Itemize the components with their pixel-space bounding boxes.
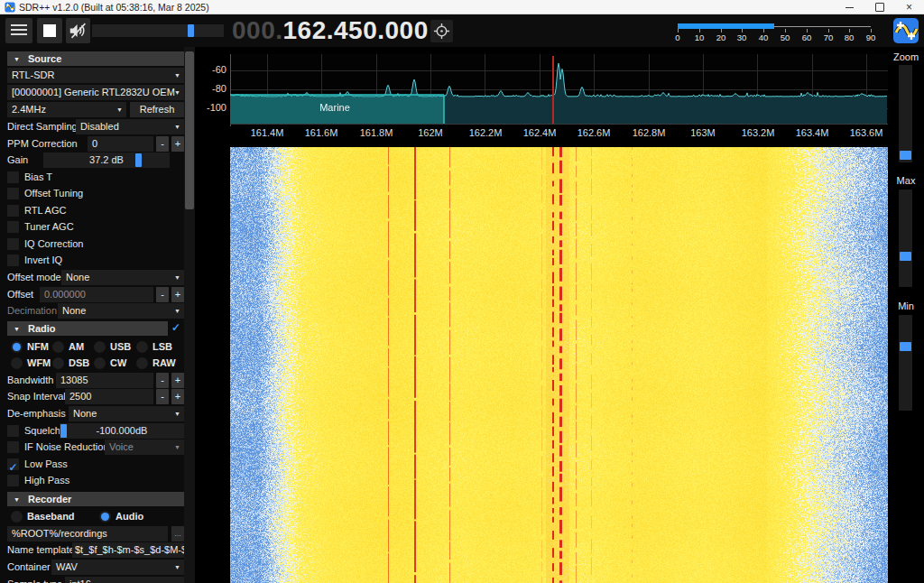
frequency-display[interactable]: 000.162.450.000 xyxy=(232,15,429,46)
ppm-input[interactable]: 0 xyxy=(88,136,153,152)
mode-lsb-label[interactable]: LSB xyxy=(152,339,172,355)
radio-panel-header[interactable]: ▼ Radio xyxy=(7,321,168,336)
high-pass-checkbox[interactable] xyxy=(7,475,19,486)
gain-slider[interactable]: 37.2 dB xyxy=(43,153,170,168)
name-template-label: Name template xyxy=(7,542,75,558)
fft-range-rail[interactable] xyxy=(774,26,871,27)
offset-decrement-button[interactable]: - xyxy=(156,287,169,302)
minimize-button[interactable] xyxy=(835,0,864,14)
decimation-select[interactable]: None ▼ xyxy=(58,303,184,319)
maximize-button[interactable] xyxy=(864,0,894,14)
mode-nfm-radio[interactable] xyxy=(11,341,23,353)
bandwidth-increment-button[interactable]: + xyxy=(171,373,184,388)
device-value: [00000001] Generic RTL2832U OEM xyxy=(12,87,175,97)
stop-button[interactable] xyxy=(37,18,62,43)
mode-lsb-radio[interactable] xyxy=(136,341,148,353)
offset-mode-select[interactable]: None ▼ xyxy=(61,270,184,285)
max-slider-handle[interactable] xyxy=(900,252,911,261)
ifnr-select[interactable]: Voice ▼ xyxy=(105,440,184,455)
ppm-increment-button[interactable]: + xyxy=(171,136,184,152)
frequency-digits[interactable]: 162.450.000 xyxy=(283,16,429,44)
name-template-input[interactable]: $t_$f_$h-$m-$s_$d-$M-$y xyxy=(72,542,184,558)
mode-wfm-radio[interactable] xyxy=(11,357,23,369)
mute-button[interactable] xyxy=(66,18,90,43)
direct-sampling-select[interactable]: Disabled ▼ xyxy=(76,119,184,134)
bias-t-checkbox[interactable] xyxy=(7,171,19,183)
mode-dsb-radio[interactable] xyxy=(52,357,64,369)
max-slider[interactable] xyxy=(899,190,912,287)
baseband-label[interactable]: Baseband xyxy=(27,509,75,524)
snap-increment-button[interactable]: + xyxy=(171,389,184,404)
mode-nfm-label[interactable]: NFM xyxy=(27,339,49,355)
offset-mode-value: None xyxy=(66,272,89,282)
rtl-agc-checkbox[interactable] xyxy=(7,205,19,217)
gain-slider-handle[interactable] xyxy=(135,153,142,167)
app-logo-icon xyxy=(5,2,15,13)
mode-dsb-label[interactable]: DSB xyxy=(69,356,89,371)
snap-interval-label: Snap Interval xyxy=(7,389,66,404)
refresh-button[interactable]: Refresh xyxy=(130,102,184,117)
tuner-agc-checkbox[interactable] xyxy=(7,221,19,233)
mode-usb-label[interactable]: USB xyxy=(110,339,131,355)
ppm-decrement-button[interactable]: - xyxy=(156,136,169,152)
mode-cw-label[interactable]: CW xyxy=(110,356,126,371)
audio-label[interactable]: Audio xyxy=(116,509,143,524)
chevron-down-icon: ▼ xyxy=(174,406,180,421)
min-slider[interactable] xyxy=(899,315,912,411)
source-panel-header[interactable]: ▼ Source xyxy=(7,51,184,66)
fft-ytick--80: -80 xyxy=(193,83,226,94)
direct-sampling-label: Direct Sampling xyxy=(7,119,78,134)
device-select[interactable]: [00000001] Generic RTL2832U OEM ▼ xyxy=(7,85,184,100)
mode-usb-radio[interactable] xyxy=(94,341,106,353)
frequency-dim-digits[interactable]: 000. xyxy=(232,16,283,44)
ifnr-value: Voice xyxy=(109,441,134,452)
volume-slider-handle[interactable] xyxy=(188,24,194,37)
source-type-select[interactable]: RTL-SDR ▼ xyxy=(7,68,184,83)
snap-interval-input[interactable]: 2500 xyxy=(65,389,153,404)
ifnr-checkbox[interactable] xyxy=(7,441,19,453)
squelch-checkbox[interactable] xyxy=(7,425,19,437)
audio-radio[interactable] xyxy=(99,511,111,523)
fft-spectrum-plot[interactable] xyxy=(230,54,888,126)
high-pass-label: High Pass xyxy=(24,473,69,488)
low-pass-checkbox[interactable]: ✓ xyxy=(7,458,19,470)
mode-am-label[interactable]: AM xyxy=(69,339,84,355)
bandwidth-decrement-button[interactable]: - xyxy=(156,373,169,388)
bandwidth-input[interactable]: 13085 xyxy=(56,373,153,388)
snap-decrement-button[interactable]: - xyxy=(156,389,169,404)
squelch-slider-handle[interactable] xyxy=(60,424,67,438)
deemphasis-select[interactable]: None ▼ xyxy=(69,406,184,421)
volume-slider[interactable] xyxy=(92,24,224,37)
tuning-mode-button[interactable] xyxy=(430,20,453,42)
offset-increment-button[interactable]: + xyxy=(171,287,184,302)
waterfall-display[interactable] xyxy=(230,147,888,583)
zoom-slider-handle[interactable] xyxy=(900,151,911,160)
iq-correction-checkbox[interactable] xyxy=(7,238,19,250)
offset-input[interactable]: 0.000000 xyxy=(40,287,153,302)
sidebar-scrollbar-thumb[interactable] xyxy=(185,51,194,209)
ppm-label: PPM Correction xyxy=(7,136,78,152)
mode-cw-radio[interactable] xyxy=(94,357,106,369)
sidebar-scrollbar[interactable] xyxy=(184,47,195,583)
recorder-panel-header[interactable]: ▼ Recorder xyxy=(7,492,184,506)
radio-enabled-check-icon[interactable]: ✓ xyxy=(171,320,180,336)
container-select[interactable]: WAV ▼ xyxy=(51,560,184,575)
offset-tuning-checkbox[interactable] xyxy=(7,188,19,199)
min-slider-handle[interactable] xyxy=(900,342,911,351)
mode-raw-label[interactable]: RAW xyxy=(152,356,176,371)
zoom-slider[interactable] xyxy=(899,65,912,162)
close-button[interactable]: × xyxy=(894,0,924,14)
menu-button[interactable] xyxy=(5,18,32,43)
squelch-slider[interactable]: -100.000dB xyxy=(60,423,184,439)
freq-tick-163.6M: 163.6M xyxy=(844,127,889,138)
baseband-radio[interactable] xyxy=(11,511,23,523)
chevron-down-icon: ▼ xyxy=(174,577,180,583)
browse-button[interactable]: ... xyxy=(171,526,184,541)
recording-path-input[interactable]: %ROOT%/recordings xyxy=(7,526,168,541)
mode-raw-radio[interactable] xyxy=(136,357,148,369)
sample-type-select[interactable]: int16 ▼ xyxy=(65,577,184,583)
mode-am-radio[interactable] xyxy=(52,341,64,353)
samplerate-select[interactable]: 2.4MHz ▼ xyxy=(7,102,126,117)
invert-iq-checkbox[interactable] xyxy=(7,254,19,266)
mode-wfm-label[interactable]: WFM xyxy=(27,356,51,371)
